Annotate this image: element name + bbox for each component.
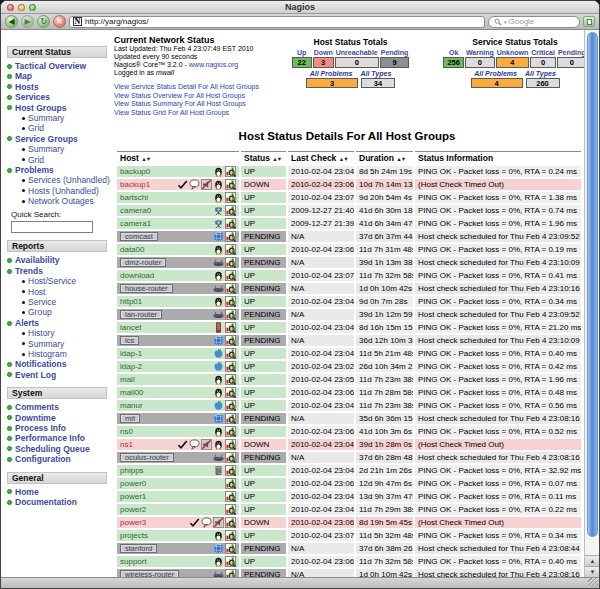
column-header-last-check[interactable]: Last Check ▲▼ <box>288 151 354 164</box>
host-link-data00[interactable]: data00 <box>120 245 144 255</box>
extinfo-icon[interactable] <box>225 517 236 528</box>
sidebar-item-network-outages[interactable]: Network Outages <box>28 196 94 206</box>
extinfo-icon[interactable] <box>225 335 236 346</box>
service-all-types-label[interactable]: All Types <box>525 70 556 77</box>
extinfo-icon[interactable] <box>225 400 236 411</box>
host-all-problems-label[interactable]: All Problems <box>310 70 353 77</box>
host-link-ldap-2[interactable]: ldap-2 <box>120 362 142 372</box>
sort-descending-last-check-button[interactable]: ▼ <box>343 156 347 162</box>
sidebar-item-grid[interactable]: Grid <box>28 155 44 165</box>
host-link-mail00[interactable]: mail00 <box>120 388 144 398</box>
host-link-power1[interactable]: power1 <box>120 492 146 502</box>
sidebar-item-summary[interactable]: Summary <box>28 339 64 349</box>
extinfo-icon[interactable] <box>225 257 236 268</box>
search-field[interactable]: ▾ Google <box>488 16 580 28</box>
column-header-host[interactable]: Host ▲▼ <box>117 151 239 164</box>
extinfo-icon[interactable] <box>225 556 236 567</box>
host-link-lan-router[interactable]: lan-router <box>125 310 157 319</box>
sort-descending-status-button[interactable]: ▼ <box>277 156 281 162</box>
host-link-wireless-router[interactable]: wireless-router <box>125 570 174 577</box>
view-link-view-service-status-detail-for-all-host-groups[interactable]: View Service Status Detail For All Host … <box>114 83 259 90</box>
host-link-comcast[interactable]: comcast <box>125 232 153 241</box>
service-total-label-warning[interactable]: Warning <box>465 49 495 56</box>
host-all-types-label[interactable]: All Types <box>360 70 391 77</box>
extinfo-icon[interactable] <box>225 504 236 515</box>
service-all-problems-label[interactable]: All Problems <box>474 70 517 77</box>
host-link-download[interactable]: download <box>120 271 154 281</box>
extinfo-icon[interactable] <box>225 439 236 450</box>
host-link-house-router[interactable]: house-router <box>125 284 168 293</box>
host-total-label-up[interactable]: Up <box>292 49 312 56</box>
extinfo-icon[interactable] <box>225 374 236 385</box>
extinfo-icon[interactable] <box>225 530 236 541</box>
scroll-down-button[interactable]: ▼ <box>585 566 599 577</box>
extinfo-icon[interactable] <box>225 322 236 333</box>
sidebar-item-services-unhandled[interactable]: Services (Unhandled) <box>28 175 110 185</box>
host-link-ns1[interactable]: ns1 <box>120 440 133 450</box>
extinfo-icon[interactable] <box>225 491 236 502</box>
extinfo-icon[interactable] <box>225 244 236 255</box>
service-all-types-value[interactable]: 260 <box>526 78 560 88</box>
host-link-backup1[interactable]: backup1 <box>120 180 150 190</box>
service-total-value-pending[interactable]: 0 <box>557 57 584 68</box>
stop-button[interactable]: ✕ <box>53 15 66 28</box>
sidebar-item-histogram[interactable]: Histogram <box>28 349 67 359</box>
sidebar-item-summary[interactable]: Summary <box>28 113 64 123</box>
extinfo-icon[interactable] <box>225 361 236 372</box>
sidebar-item-group[interactable]: Group <box>28 307 52 317</box>
service-total-label-pending[interactable]: Pending <box>557 49 584 56</box>
sidebar-item-hosts-unhandled[interactable]: Hosts (Unhandled) <box>28 186 99 196</box>
vertical-scrollbar[interactable]: ▲ ▼ <box>584 30 599 577</box>
sidebar-item-configuration[interactable]: Configuration <box>15 454 71 464</box>
sidebar-item-downtime[interactable]: Downtime <box>15 413 56 423</box>
host-link-stanford[interactable]: stanford <box>125 544 152 553</box>
service-all-problems-value[interactable]: 4 <box>471 78 523 88</box>
sidebar-item-summary[interactable]: Summary <box>28 144 64 154</box>
sort-descending-duration-button[interactable]: ▼ <box>401 156 405 162</box>
sidebar-item-availability[interactable]: Availability <box>15 255 60 265</box>
host-link-manur[interactable]: manur <box>120 401 143 411</box>
host-all-problems-value[interactable]: 3 <box>306 78 358 88</box>
service-total-value-unknown[interactable]: 4 <box>496 57 530 68</box>
column-header-status[interactable]: Status ▲▼ <box>241 151 286 164</box>
view-link-view-status-grid-for-all-host-groups[interactable]: View Status Grid For All Host Groups <box>114 109 229 116</box>
quick-search-input[interactable] <box>11 221 93 233</box>
sidebar-item-notifications[interactable]: Notifications <box>15 359 66 369</box>
host-link-lancet[interactable]: lancet <box>120 323 141 333</box>
back-button[interactable]: ◀ <box>5 15 18 28</box>
extinfo-icon[interactable] <box>225 426 236 437</box>
view-link-view-status-summary-for-all-host-groups[interactable]: View Status Summary For All Host Groups <box>114 100 246 107</box>
host-link-mail[interactable]: mail <box>120 375 135 385</box>
sidebar-item-problems[interactable]: Problems <box>15 165 54 175</box>
resize-grip[interactable] <box>588 578 598 587</box>
host-link-lcs[interactable]: lcs <box>125 336 134 345</box>
host-link-ldap-1[interactable]: ldap-1 <box>120 349 142 359</box>
sidebar-item-scheduling-queue[interactable]: Scheduling Queue <box>15 444 90 454</box>
extinfo-icon[interactable] <box>225 166 236 177</box>
service-total-value-critical[interactable]: 0 <box>530 57 556 68</box>
host-total-value-down[interactable]: 3 <box>313 57 334 68</box>
host-link-power3[interactable]: power3 <box>120 518 146 528</box>
sidebar-item-comments[interactable]: Comments <box>15 402 59 412</box>
host-link-power0[interactable]: power0 <box>120 479 146 489</box>
nagios-org-link[interactable]: www.nagios.org <box>189 61 238 68</box>
host-total-value-pending[interactable]: 9 <box>380 57 410 68</box>
sidebar-item-documentation[interactable]: Documentation <box>15 497 77 507</box>
address-bar[interactable]: N http://yarg/nagios/ <box>69 16 485 28</box>
service-total-label-ok[interactable]: Ok <box>443 49 464 56</box>
sidebar-item-process-info[interactable]: Process Info <box>15 423 66 433</box>
extinfo-icon[interactable] <box>225 543 236 554</box>
sidebar-item-services[interactable]: Services <box>15 92 50 102</box>
sidebar-item-host-groups[interactable]: Host Groups <box>15 103 66 113</box>
extinfo-icon[interactable] <box>225 348 236 359</box>
extinfo-icon[interactable] <box>225 283 236 294</box>
sidebar-item-home[interactable]: Home <box>15 487 39 497</box>
forward-button[interactable]: ▶ <box>21 15 34 28</box>
sort-descending-host-button[interactable]: ▼ <box>146 156 150 162</box>
host-link-bartschi[interactable]: bartschi <box>120 193 148 203</box>
host-link-projects[interactable]: projects <box>120 531 148 541</box>
host-total-label-down[interactable]: Down <box>313 49 334 56</box>
host-link-camera1[interactable]: camera1 <box>120 219 151 229</box>
host-link-backup0[interactable]: backup0 <box>120 167 150 177</box>
sidebar-item-service[interactable]: Service <box>28 297 56 307</box>
